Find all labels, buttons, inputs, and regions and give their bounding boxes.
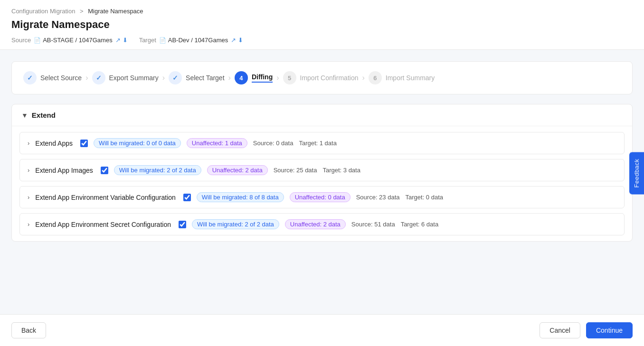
step-2[interactable]: ✓ Export Summary <box>92 71 159 84</box>
target-meta: Target 📄 AB-Dev / 1047Games ↗ ⬇ <box>139 37 244 44</box>
step-5-number: 5 <box>288 75 291 82</box>
step-3-label: Select Target <box>186 74 224 82</box>
source-value-group: 📄 AB-STAGE / 1047Games <box>34 37 112 44</box>
data-rows: › Extend Apps Will be migrated: 0 of 0 d… <box>12 126 632 241</box>
target-external-link[interactable]: ↗ <box>231 37 236 44</box>
section-title: Extend <box>32 111 56 119</box>
step-4-label: Diffing <box>252 73 273 83</box>
section-collapse-icon: ▼ <box>21 112 28 119</box>
stepper-card: ✓ Select Source › ✓ Export Summary › ✓ <box>11 61 633 94</box>
target-download-link[interactable]: ⬇ <box>238 37 243 44</box>
row-1-unaffected-badge: Unaffected: 2 data <box>207 165 268 175</box>
row-3-migrate-badge: Will be migrated: 2 of 2 data <box>192 219 279 229</box>
row-1-label: Extend App Images <box>35 167 93 174</box>
arrow-1-2: › <box>85 74 88 82</box>
source-download-link[interactable]: ⬇ <box>123 37 128 44</box>
row-3-label: Extend App Environment Secret Configurat… <box>35 221 171 228</box>
source-meta: Source 📄 AB-STAGE / 1047Games ↗ ⬇ <box>11 37 128 44</box>
table-row: › Extend App Environment Variable Config… <box>19 186 625 208</box>
row-3-unaffected-badge: Unaffected: 2 data <box>285 219 346 229</box>
table-row: › Extend App Environment Secret Configur… <box>19 213 625 235</box>
main-content: ✓ Select Source › ✓ Export Summary › ✓ <box>0 50 644 314</box>
row-2-label: Extend App Environment Variable Configur… <box>35 194 175 201</box>
row-1-migrate-badge: Will be migrated: 2 of 2 data <box>114 165 201 175</box>
row-2-expand-icon[interactable]: › <box>28 194 29 201</box>
step-1-check: ✓ <box>27 74 33 82</box>
step-2-check: ✓ <box>96 74 102 82</box>
step-5-circle: 5 <box>283 71 296 84</box>
row-1-source-stat: Source: 25 data <box>274 167 317 174</box>
target-value-group: 📄 AB-Dev / 1047Games <box>159 37 228 44</box>
footer: Back Cancel Continue <box>0 314 644 346</box>
target-label: Target <box>139 37 156 44</box>
feedback-tab[interactable]: Feedback <box>629 152 644 194</box>
arrow-4-5: › <box>276 74 279 82</box>
arrow-5-6: › <box>362 74 364 82</box>
row-2-checkbox[interactable] <box>183 194 191 201</box>
step-2-circle: ✓ <box>92 71 105 84</box>
step-2-label: Export Summary <box>109 74 159 82</box>
footer-right: Cancel Continue <box>540 322 633 338</box>
row-3-source-stat: Source: 51 data <box>351 221 395 228</box>
footer-left: Back <box>11 322 46 338</box>
target-value: AB-Dev / 1047Games <box>168 37 228 44</box>
step-6: 6 Import Summary <box>369 71 435 84</box>
row-1-checkbox[interactable] <box>101 167 108 174</box>
step-6-circle: 6 <box>369 71 382 84</box>
target-file-icon: 📄 <box>159 37 166 44</box>
row-0-migrate-badge: Will be migrated: 0 of 0 data <box>94 138 181 148</box>
breadcrumb: Configuration Migration > Migrate Namesp… <box>11 8 633 15</box>
row-2-unaffected-badge: Unaffected: 0 data <box>290 192 350 202</box>
back-button[interactable]: Back <box>11 322 46 338</box>
row-0-label: Extend Apps <box>35 140 73 147</box>
row-3-expand-icon[interactable]: › <box>28 221 29 228</box>
row-2-source-stat: Source: 23 data <box>356 194 400 201</box>
source-value: AB-STAGE / 1047Games <box>43 37 112 44</box>
step-1[interactable]: ✓ Select Source <box>23 71 82 84</box>
meta-row: Source 📄 AB-STAGE / 1047Games ↗ ⬇ Target… <box>11 37 633 49</box>
step-1-circle: ✓ <box>23 71 37 84</box>
step-5-label: Import Confirmation <box>300 74 359 82</box>
row-0-expand-icon[interactable]: › <box>28 140 29 147</box>
step-6-label: Import Summary <box>386 74 435 82</box>
source-label: Source <box>11 37 31 44</box>
source-actions[interactable]: ↗ ⬇ <box>115 37 128 44</box>
page-title: Migrate Namespace <box>11 19 633 31</box>
step-3[interactable]: ✓ Select Target <box>169 71 224 84</box>
step-3-circle: ✓ <box>169 71 182 84</box>
row-3-checkbox[interactable] <box>179 221 186 228</box>
step-5: 5 Import Confirmation <box>283 71 359 84</box>
row-0-target-stat: Target: 1 data <box>299 140 337 147</box>
table-row: › Extend App Images Will be migrated: 2 … <box>19 159 625 181</box>
step-4-number: 4 <box>239 75 243 82</box>
row-1-expand-icon[interactable]: › <box>28 167 29 174</box>
row-1-target-stat: Target: 3 data <box>322 167 360 174</box>
arrow-3-4: › <box>228 74 231 82</box>
source-file-icon: 📄 <box>34 37 41 44</box>
breadcrumb-current: Migrate Namespace <box>88 8 143 15</box>
row-3-target-stat: Target: 6 data <box>401 221 439 228</box>
row-0-unaffected-badge: Unaffected: 1 data <box>187 138 247 148</box>
step-6-number: 6 <box>373 75 377 82</box>
row-2-target-stat: Target: 0 data <box>406 194 444 201</box>
step-1-label: Select Source <box>40 74 82 82</box>
arrow-2-3: › <box>162 74 165 82</box>
step-4[interactable]: 4 Diffing <box>235 71 273 84</box>
row-0-source-stat: Source: 0 data <box>253 140 294 147</box>
section-header[interactable]: ▼ Extend <box>12 104 632 126</box>
table-row: › Extend Apps Will be migrated: 0 of 0 d… <box>19 132 625 154</box>
cancel-button[interactable]: Cancel <box>540 322 580 338</box>
breadcrumb-separator: > <box>80 8 84 15</box>
row-0-checkbox[interactable] <box>80 140 88 147</box>
target-actions[interactable]: ↗ ⬇ <box>231 37 243 44</box>
content-card: ▼ Extend › Extend Apps Will be migrated:… <box>11 104 633 242</box>
step-4-circle: 4 <box>235 71 248 84</box>
continue-button[interactable]: Continue <box>586 322 633 338</box>
breadcrumb-parent[interactable]: Configuration Migration <box>11 8 75 15</box>
step-3-check: ✓ <box>172 74 178 82</box>
source-external-link[interactable]: ↗ <box>115 37 121 44</box>
row-2-migrate-badge: Will be migrated: 8 of 8 data <box>197 192 284 202</box>
stepper: ✓ Select Source › ✓ Export Summary › ✓ <box>12 62 632 94</box>
